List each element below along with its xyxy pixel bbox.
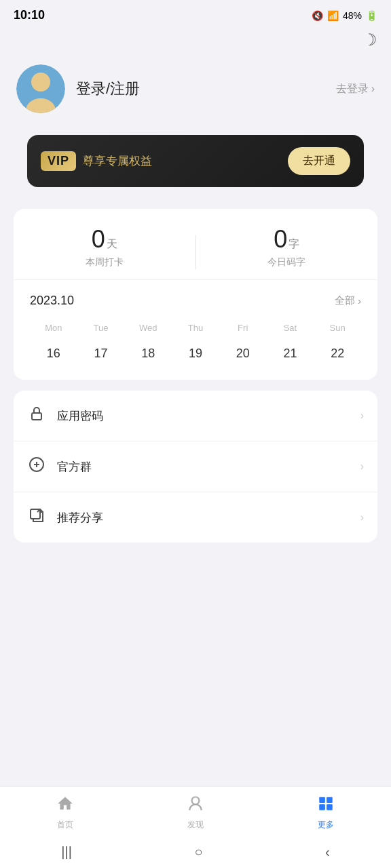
day-header-mon: Mon [30,319,77,341]
svg-point-1 [31,73,50,92]
profile-login-button[interactable]: 去登录 › [336,82,375,96]
words-unit: 字 [288,237,299,252]
svg-rect-3 [32,413,41,420]
menu-item-recommend-share-chevron: › [360,511,364,524]
nav-item-home[interactable]: 首页 [56,795,74,831]
day-16[interactable]: 16 [30,341,77,366]
theme-icon[interactable]: ☽ [362,31,377,50]
nav-item-more[interactable]: 更多 [317,795,335,831]
nav-label-more: 更多 [318,819,334,831]
day-header-sat: Sat [267,319,314,341]
android-recent-button[interactable]: ||| [61,844,72,860]
android-home-button[interactable]: ○ [194,844,202,860]
menu-item-app-password[interactable]: 应用密码 › [14,391,377,441]
day-21[interactable]: 21 [267,341,314,366]
menu-item-app-password-left: 应用密码 [27,406,103,426]
words-stat: 0 字 今日码字 [196,225,378,279]
status-bar: 10:10 🔇 📶 48% 🔋 [0,0,391,26]
battery-text: 48% [343,10,362,21]
menu-item-recommend-share-label: 推荐分享 [57,510,103,526]
stats-card: 0 天 本周打卡 0 字 今日码字 2023.10 全部 › [14,209,377,380]
svg-point-8 [192,797,200,804]
day-header-tue: Tue [77,319,125,341]
menu-item-official-group[interactable]: 官方群 › [14,441,377,492]
vip-left: VIP 尊享专属权益 [41,151,152,171]
nav-item-discover[interactable]: 发现 [187,795,204,831]
checkin-value-row: 0 天 [92,225,117,254]
nav-label-discover: 发现 [187,819,204,831]
theme-toggle-row: ☽ [0,26,391,54]
checkin-label: 本周打卡 [86,256,124,269]
checkin-unit: 天 [107,237,117,252]
menu-item-recommend-share[interactable]: 推荐分享 › [14,492,377,542]
vip-badge: VIP [41,151,76,171]
day-header-wed: Wed [124,319,172,341]
share-icon [27,507,46,528]
home-icon [56,795,74,816]
calendar-all-label[interactable]: 全部 [335,294,355,307]
day-22[interactable]: 22 [314,341,361,366]
menu-item-official-group-label: 官方群 [57,459,92,475]
day-header-sun: Sun [314,319,361,341]
profile-name: 登录/注册 [76,79,140,99]
calendar-grid: Mon Tue Wed Thu Fri Sat Sun 16 17 18 19 … [30,319,361,366]
svg-rect-10 [327,797,333,803]
group-icon [27,456,46,477]
words-value-row: 0 字 [274,225,299,254]
nav-label-home: 首页 [57,819,73,831]
android-nav: ||| ○ ‹ [0,836,391,868]
day-19[interactable]: 19 [172,341,219,366]
checkin-stat: 0 天 本周打卡 [14,225,196,279]
vip-text: 尊享专属权益 [83,153,152,169]
menu-item-official-group-left: 官方群 [27,456,92,477]
wifi-icon: 📶 [327,10,339,21]
vip-activate-button[interactable]: 去开通 [288,147,350,175]
avatar [16,64,65,113]
day-header-fri: Fri [219,319,267,341]
words-label: 今日码字 [267,256,305,269]
profile-left: 登录/注册 [16,64,140,113]
menu-item-app-password-chevron: › [360,410,364,422]
day-17[interactable]: 17 [77,341,125,366]
calendar-all-chevron: › [358,295,361,307]
status-icons: 🔇 📶 48% 🔋 [312,10,377,21]
svg-rect-11 [319,804,325,810]
vip-banner-wrapper: VIP 尊享专属权益 去开通 [14,130,377,198]
svg-rect-12 [327,804,333,810]
mute-icon: 🔇 [312,10,323,21]
menu-item-app-password-label: 应用密码 [57,408,103,424]
status-time: 10:10 [14,8,45,22]
lock-icon [27,406,46,426]
nav-items: 首页 发现 更多 [0,787,391,836]
bottom-nav: 首页 发现 更多 | [0,786,391,868]
more-icon [317,795,335,816]
day-header-thu: Thu [172,319,219,341]
words-number: 0 [274,225,287,254]
calendar-section: 2023.10 全部 › Mon Tue Wed Thu Fri Sat Sun… [14,279,377,380]
menu-card: 应用密码 › 官方群 › [14,391,377,542]
svg-rect-9 [319,797,325,803]
calendar-month: 2023.10 [30,294,74,308]
android-back-button[interactable]: ‹ [325,844,330,860]
calendar-header: 2023.10 全部 › [30,294,361,308]
menu-item-official-group-chevron: › [360,460,364,473]
day-20[interactable]: 20 [219,341,267,366]
login-chevron: › [371,83,375,95]
checkin-number: 0 [92,225,105,254]
menu-item-recommend-share-left: 推荐分享 [27,507,103,528]
discover-icon [187,795,204,816]
login-link-text[interactable]: 去登录 [336,82,369,96]
stats-row: 0 天 本周打卡 0 字 今日码字 [14,225,377,279]
vip-banner: VIP 尊享专属权益 去开通 [27,135,364,187]
profile-section: 登录/注册 去登录 › [0,54,391,124]
calendar-all-button[interactable]: 全部 › [335,294,361,307]
battery-icon: 🔋 [366,10,377,21]
day-18[interactable]: 18 [124,341,172,366]
